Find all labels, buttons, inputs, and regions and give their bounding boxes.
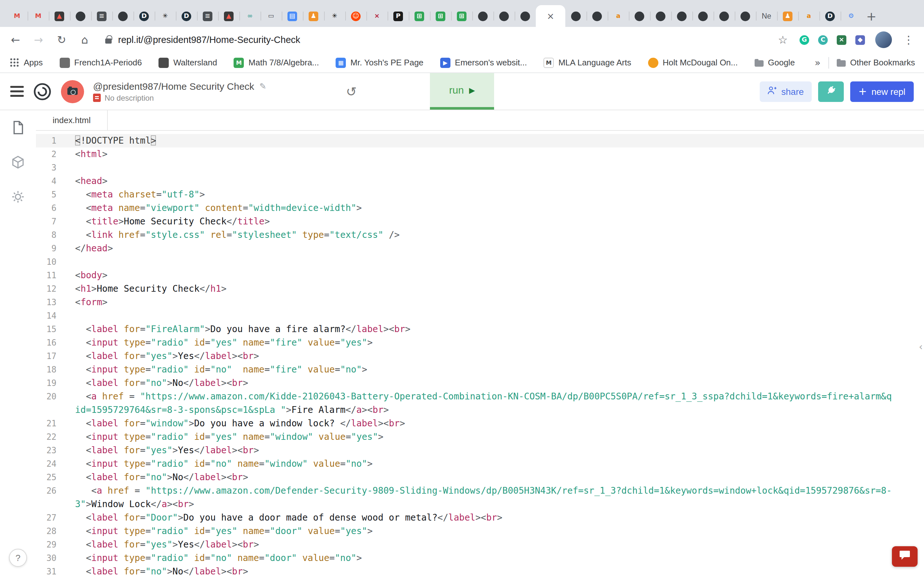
code-line[interactable]: 29 <label for="yes">Yes</label><br> — [36, 538, 924, 551]
clever-icon[interactable]: C — [818, 35, 828, 45]
other-bookmarks[interactable]: Other Bookmarks — [837, 58, 915, 67]
code-line[interactable]: 14 — [36, 309, 924, 322]
feedback-chat-button[interactable] — [892, 546, 918, 567]
replit-logo-icon[interactable] — [33, 82, 52, 101]
history-icon[interactable]: ↺ — [346, 84, 357, 99]
home-button[interactable]: ⌂ — [78, 33, 91, 46]
grammarly-icon[interactable]: G — [800, 35, 809, 45]
code-line[interactable]: 21 <label for="window">Do you have a win… — [36, 417, 924, 430]
tab-pdf-doc[interactable]: ≡ — [91, 5, 112, 27]
tab-deltamath[interactable]: D — [134, 5, 155, 27]
menu-icon[interactable] — [10, 86, 24, 97]
tab-dark-site[interactable] — [472, 5, 493, 27]
tab-dark-site[interactable] — [650, 5, 671, 27]
code-line[interactable]: 15 <label for="FireAlarm">Do you have a … — [36, 322, 924, 336]
tab-dark-site[interactable] — [586, 5, 607, 27]
share-button[interactable]: share — [759, 81, 811, 102]
bookmark-apps[interactable]: Apps — [9, 57, 43, 68]
tab-dark-site[interactable] — [112, 5, 134, 27]
tab-google-docs[interactable]: ▤ — [282, 5, 303, 27]
extension-icon[interactable]: ◆ — [855, 35, 865, 45]
bookmark-google[interactable]: Google — [754, 58, 795, 67]
panel-collapse-icon[interactable]: ‹ — [919, 341, 923, 353]
tab-amazon[interactable]: a — [798, 5, 819, 27]
tab-sheets[interactable]: ⊞ — [430, 5, 451, 27]
tab-amazon[interactable]: a — [607, 5, 629, 27]
tab-dark-site[interactable] — [735, 5, 756, 27]
tab-burst-site[interactable]: ✳ — [155, 5, 176, 27]
code-line[interactable]: 24 <input type="radio" id="no" name="win… — [36, 457, 924, 471]
tab-replit[interactable]: ∞ — [239, 5, 260, 27]
tab-dark-site[interactable] — [714, 5, 735, 27]
run-button[interactable]: run ▶ — [430, 73, 494, 110]
tab-burst-site[interactable]: ✳ — [324, 5, 345, 27]
code-line[interactable]: 6 <meta name="viewport" content="width=d… — [36, 201, 924, 215]
tab-p-site[interactable]: P — [388, 5, 409, 27]
tab-gmail[interactable]: M — [27, 5, 49, 27]
code-line[interactable]: 20 <a href = "https://www.amazon.com/Kid… — [36, 390, 924, 417]
code-line[interactable]: 31 <label for="no">No</label><br> — [36, 565, 924, 577]
edit-pencil-icon[interactable]: ✎ — [259, 81, 266, 91]
tab-sheets[interactable]: ⊞ — [409, 5, 430, 27]
connect-button[interactable] — [818, 81, 843, 102]
tab-gmail[interactable]: M — [6, 5, 27, 27]
tab-red-mark-site[interactable]: × — [367, 5, 388, 27]
reload-button[interactable]: ↻ — [55, 33, 68, 46]
packages-icon[interactable] — [11, 155, 25, 172]
back-button[interactable]: ← — [9, 33, 22, 46]
code-line[interactable]: 27 <label for="Door">Do you have a door … — [36, 511, 924, 524]
bookmark-waltersland[interactable]: Waltersland — [158, 57, 217, 68]
bookmark-pe-page[interactable]: ▦Mr. Yosh's PE Page — [336, 57, 423, 68]
tab-acrobat[interactable]: ▲ — [49, 5, 70, 27]
code-line[interactable]: 17 <label for="yes">Yes</label><br> — [36, 350, 924, 363]
code-line[interactable]: 30 <input type="radio" id="no" name="doo… — [36, 551, 924, 565]
tab-deltamath[interactable]: D — [176, 5, 197, 27]
code-line[interactable]: 28 <input type="radio" id="yes" name="do… — [36, 524, 924, 538]
code-line[interactable]: 26 <a href = "https://www.amazon.com/Def… — [36, 484, 924, 511]
editor-tab-indexhtml[interactable]: index.html — [36, 110, 108, 130]
code-line[interactable]: 10 — [36, 255, 924, 269]
code-lines[interactable]: 1<!DOCTYPE html>2<html>34<head>5 <meta c… — [36, 131, 924, 577]
files-icon[interactable] — [11, 121, 24, 137]
bookmark-math[interactable]: MMath 7/8/Algebra... — [234, 57, 319, 68]
code-line[interactable]: 3 — [36, 161, 924, 174]
settings-icon[interactable] — [11, 190, 25, 206]
tab-classroom[interactable]: ♟ — [303, 5, 324, 27]
tab-classroom[interactable]: ♟ — [777, 5, 798, 27]
repl-avatar[interactable] — [61, 80, 84, 103]
bookmark-mla[interactable]: MMLA Language Arts — [543, 57, 631, 68]
tab-acrobat[interactable]: ▲ — [218, 5, 239, 27]
url-text[interactable]: repl.it/@president987/Home-Security-Chec… — [118, 35, 300, 45]
tab-dark-site[interactable] — [692, 5, 714, 27]
code-line[interactable]: 25 <label for="no">No</label><br> — [36, 471, 924, 484]
active-tab[interactable]: × — [536, 5, 565, 27]
tab-sheets[interactable]: ⊞ — [451, 5, 472, 27]
tab-dark-site[interactable] — [70, 5, 91, 27]
bookmark-emerson[interactable]: ▶Emerson's websit... — [440, 57, 527, 68]
bookmark-french1a[interactable]: French1A-Period6 — [59, 57, 142, 68]
tab-dark-site[interactable] — [565, 5, 586, 27]
code-line[interactable]: 13<form> — [36, 295, 924, 309]
green-x-icon[interactable]: × — [837, 35, 846, 45]
code-line[interactable]: 11<body> — [36, 269, 924, 282]
new-tab-button[interactable]: + — [862, 5, 881, 27]
tab-dark-site[interactable] — [671, 5, 692, 27]
code-line[interactable]: 7 <title>Home Security Check</title> — [36, 215, 924, 228]
tab-settings-site[interactable]: ⚙ — [841, 5, 862, 27]
code-line[interactable]: 22 <input type="radio" id="yes" name="wi… — [36, 430, 924, 444]
code-line[interactable]: 16 <input type="radio" id="yes" name="fi… — [36, 336, 924, 350]
bookmark-holt[interactable]: Holt McDougal On... — [648, 57, 738, 68]
help-button[interactable]: ? — [9, 549, 27, 567]
address-bar[interactable]: repl.it/@president987/Home-Security-Chec… — [102, 35, 766, 45]
code-line[interactable]: 9</head> — [36, 242, 924, 255]
bookmark-star-icon[interactable]: ☆ — [776, 33, 789, 46]
tab-dark-site[interactable] — [629, 5, 650, 27]
profile-avatar[interactable] — [875, 31, 892, 48]
new-repl-button[interactable]: + new repl — [850, 81, 914, 102]
tab-dark-site[interactable] — [493, 5, 515, 27]
forward-button[interactable]: → — [32, 33, 45, 46]
tab-reddit[interactable]: ☺ — [345, 5, 367, 27]
code-line[interactable]: 12<h1>Home Security Check</h1> — [36, 282, 924, 295]
code-line[interactable]: 23 <label for="yes">Yes</label><br> — [36, 444, 924, 457]
code-line[interactable]: 5 <meta charset="utf-8"> — [36, 188, 924, 201]
